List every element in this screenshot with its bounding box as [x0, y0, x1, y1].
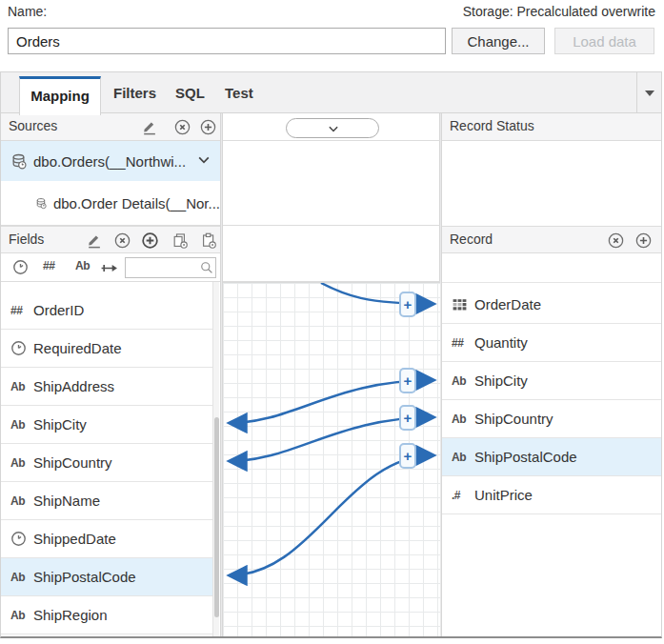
text-type-icon: Ab [452, 374, 474, 388]
dropdown-arrow-icon [645, 91, 654, 96]
record-label: Quantity [474, 334, 528, 351]
sources-title: Sources [9, 118, 57, 133]
copy-fields-button[interactable] [171, 232, 188, 249]
filter-join-icon[interactable] [100, 259, 118, 275]
field-row[interactable]: Ab ShipCountry [1, 444, 212, 482]
storage-label: Storage: Precalculated overwrite [463, 4, 655, 19]
record-label: ShipCountry [474, 411, 553, 427]
text-type-icon: Ab [452, 413, 474, 426]
field-row[interactable]: Ab ShipRegion [1, 596, 212, 634]
filter-text-type-icon[interactable]: Ab [75, 259, 90, 272]
field-label: ShipCountry [33, 454, 112, 471]
record-header: Record [442, 226, 661, 253]
field-row[interactable]: RequiredDate [1, 330, 212, 368]
fields-filter-row: ## Ab [1, 254, 220, 282]
remove-field-button[interactable] [114, 232, 131, 249]
tab-sql[interactable]: SQL [175, 72, 205, 113]
field-row[interactable]: ## OrderID [1, 292, 212, 330]
field-row-selected[interactable]: Ab ShipPostalCode [1, 558, 212, 596]
filter-number-type-icon[interactable]: ## [43, 259, 54, 272]
name-input[interactable] [8, 28, 446, 54]
collapse-sources-button[interactable] [286, 118, 379, 138]
field-label: ShipName [33, 493, 100, 509]
edit-source-button[interactable] [141, 119, 157, 135]
edit-field-button[interactable] [86, 232, 102, 249]
chevron-down-icon[interactable] [197, 154, 211, 166]
chevron-down-icon [327, 125, 340, 133]
source-item-orders[interactable]: dbo.Orders(__Northwi... [1, 141, 220, 181]
fields-title: Fields [9, 231, 44, 247]
field-label: ShippedDate [33, 531, 116, 547]
record-row[interactable]: ## Quantity [442, 324, 661, 362]
record-row-selected[interactable]: Ab ShipPostalCode [442, 438, 661, 476]
change-button[interactable]: Change... [452, 28, 545, 54]
record-row[interactable]: Ab ShipCity [442, 362, 661, 400]
filter-date-type-icon[interactable] [12, 259, 29, 275]
field-label: RequiredDate [33, 340, 122, 356]
source-item-label: dbo.Orders(__Northwi... [33, 153, 186, 170]
field-row[interactable]: Ab ShipName [1, 482, 212, 520]
text-type-icon: Ab [10, 418, 33, 432]
source-item-order-details[interactable]: dbo.Order Details(__Nor... [1, 181, 220, 225]
remove-record-field-button[interactable] [608, 232, 624, 249]
field-label: OrderID [33, 302, 84, 318]
record-label: UnitPrice [474, 487, 533, 503]
field-row[interactable]: Ab ShipCity [1, 406, 212, 444]
tab-test[interactable]: Test [225, 72, 253, 113]
mapping-panel: Mapping Filters SQL Test Sources dbo.Ord… [0, 71, 662, 638]
tab-mapping[interactable]: Mapping [19, 76, 101, 115]
field-label: ShipPostalCode [33, 569, 136, 585]
text-type-icon: Ab [10, 380, 33, 393]
text-type-icon: Ab [10, 571, 33, 584]
field-label: ShipAddress [33, 378, 114, 394]
sources-header: Sources [1, 113, 220, 141]
record-list: OrderDate ## Quantity Ab ShipCity Ab Shi… [442, 282, 661, 514]
add-mapping-node-shipcity[interactable]: + [399, 368, 416, 393]
record-row[interactable]: .# UnitPrice [442, 476, 661, 514]
database-table-icon [10, 153, 27, 170]
fields-scrollbar[interactable] [212, 282, 219, 636]
add-mapping-node-shippostalcode[interactable]: + [399, 443, 416, 469]
date-group-type-icon [452, 296, 468, 312]
tab-filters[interactable]: Filters [113, 72, 156, 113]
fields-header: Fields [1, 226, 220, 253]
number-type-icon: ## [10, 304, 33, 317]
field-row[interactable]: ShippedDate [1, 520, 212, 558]
add-field-button[interactable] [142, 232, 158, 249]
left-column: Sources dbo.Orders(__Northwi... dbo.Orde… [1, 113, 220, 636]
number-type-icon: ## [452, 336, 474, 350]
record-title: Record [450, 231, 493, 247]
load-data-button: Load data [554, 28, 654, 54]
record-row[interactable]: OrderDate [442, 286, 661, 324]
fields-list: ## OrderID RequiredDate Ab ShipAddress A… [1, 282, 212, 634]
add-mapping-node-shipcountry[interactable]: + [399, 405, 416, 431]
scrollbar-thumb[interactable] [214, 417, 219, 617]
mapping-content: Sources dbo.Orders(__Northwi... dbo.Orde… [1, 113, 661, 636]
add-mapping-node-orderdate[interactable]: + [399, 292, 416, 317]
field-row[interactable]: Ab ShipAddress [1, 368, 212, 406]
query-editor-window: Name: Storage: Precalculated overwrite C… [0, 0, 664, 644]
paste-fields-button[interactable] [200, 232, 216, 249]
remove-source-button[interactable] [174, 119, 191, 135]
tab-overflow-dropdown[interactable] [636, 72, 661, 113]
mapping-canvas-column: + + + + [223, 113, 440, 636]
add-record-field-button[interactable] [635, 232, 652, 249]
add-source-button[interactable] [200, 119, 216, 135]
record-label: ShipPostalCode [474, 449, 577, 465]
text-type-icon: Ab [452, 451, 474, 464]
database-table-icon [35, 195, 47, 211]
field-label: ShipCity [33, 416, 87, 433]
record-label: OrderDate [474, 296, 541, 312]
mapping-canvas: + + + + [223, 282, 440, 636]
record-status-header: Record Status [442, 113, 661, 141]
record-status-title: Record Status [450, 118, 534, 133]
record-row[interactable]: Ab ShipCountry [442, 400, 661, 438]
text-type-icon: Ab [10, 456, 33, 470]
name-label: Name: [8, 4, 47, 19]
record-label: ShipCity [474, 372, 528, 389]
divider [223, 225, 440, 226]
source-item-label: dbo.Order Details(__Nor... [53, 195, 220, 211]
text-type-icon: Ab [10, 494, 33, 508]
fields-search-input[interactable] [125, 257, 216, 278]
text-type-icon: Ab [10, 609, 33, 622]
